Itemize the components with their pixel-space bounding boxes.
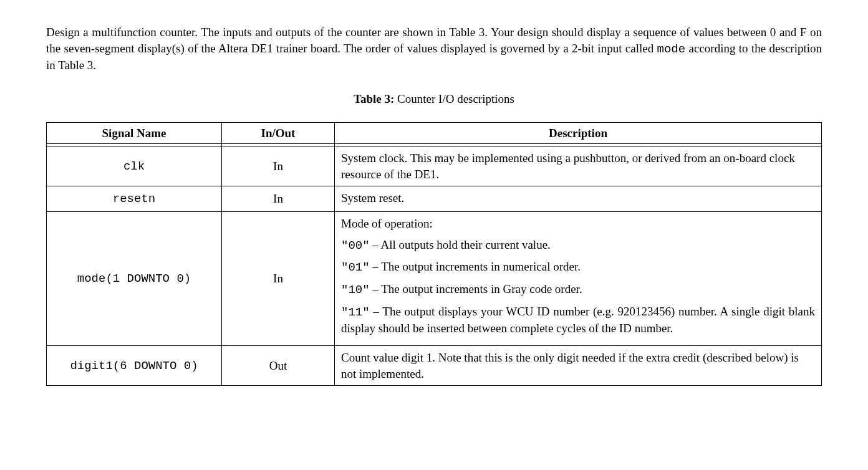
table-row: digit1(6 DOWNTO 0) Out Count value digit…: [47, 345, 822, 385]
signal-mode: mode(1 DOWNTO 0): [77, 272, 191, 285]
caption-text: Counter I/O descriptions: [394, 92, 514, 105]
io-resetn: In: [222, 186, 335, 212]
header-desc: Description: [335, 122, 822, 144]
mode-lead: Mode of operation:: [341, 216, 815, 232]
mode-10: "10" – The output increments in Gray cod…: [341, 281, 815, 299]
table-row: clk In System clock. This may be impleme…: [47, 146, 822, 186]
mode-00: "00" – All outputs hold their current va…: [341, 237, 815, 254]
signal-clk: clk: [123, 160, 145, 173]
io-clk: In: [222, 146, 335, 186]
desc-digit1: Count value digit 1. Note that this is t…: [335, 345, 822, 385]
table-caption: Table 3: Counter I/O descriptions: [46, 91, 822, 107]
header-signal: Signal Name: [47, 122, 222, 144]
intro-mode-code: mode: [657, 42, 686, 56]
signal-resetn: resetn: [113, 192, 155, 206]
io-mode: In: [222, 212, 335, 346]
caption-label: Table 3:: [354, 92, 394, 105]
desc-clk: System clock. This may be implemented us…: [335, 146, 822, 186]
table-row: resetn In System reset.: [47, 186, 822, 212]
signal-digit1: digit1(6 DOWNTO 0): [70, 359, 198, 373]
table-header-row: Signal Name In/Out Description: [47, 122, 822, 144]
intro-paragraph: Design a multifunction counter. The inpu…: [46, 24, 822, 74]
io-digit1: Out: [222, 345, 335, 385]
mode-01: "01" – The output increments in numerica…: [341, 259, 815, 276]
header-io: In/Out: [222, 122, 335, 144]
desc-resetn: System reset.: [335, 186, 822, 212]
io-table: Signal Name In/Out Description clk In Sy…: [46, 122, 822, 386]
mode-11: "11" – The output displays your WCU ID n…: [341, 304, 815, 337]
table-row: mode(1 DOWNTO 0) In Mode of operation: "…: [47, 212, 822, 346]
